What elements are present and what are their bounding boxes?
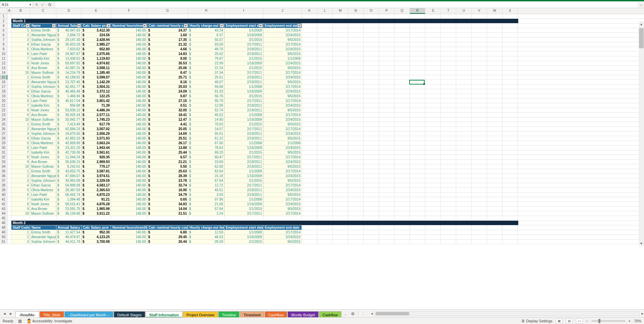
staff-code[interactable]: 6 [11, 193, 30, 197]
cell-empty[interactable] [317, 85, 333, 89]
staff-name[interactable]: Emma Smith [30, 28, 56, 33]
cell-empty[interactable] [487, 23, 502, 28]
calc-salary-pcm[interactable]: $3,974.51 [82, 174, 111, 178]
cell-empty[interactable] [348, 211, 364, 216]
cell-empty[interactable] [302, 207, 317, 211]
calc-hourly-cost[interactable]: $25.03 [147, 85, 188, 89]
charge-out-fee[interactable]: $43.24 [188, 28, 224, 33]
cell-empty[interactable] [333, 216, 348, 220]
cell-empty[interactable] [425, 188, 441, 192]
cell-empty[interactable] [456, 113, 472, 117]
calc-salary-pcm[interactable]: $2,056.29 [82, 131, 111, 136]
cell-empty[interactable] [456, 197, 472, 202]
nominal-hours[interactable]: 140.00 [111, 193, 147, 197]
filter-icon[interactable]: ▼ [184, 24, 187, 28]
row-header-4[interactable]: 4 [0, 23, 7, 28]
calc-salary-pcm[interactable]: $4,123.25 [82, 235, 111, 239]
start-date[interactable]: 2/17/2011 [224, 70, 263, 75]
cell-empty[interactable] [487, 70, 502, 75]
cell-empty[interactable] [302, 108, 317, 112]
staff-name[interactable]: Liam Patel [30, 52, 56, 56]
cell-empty[interactable] [456, 160, 472, 164]
cell-empty[interactable] [364, 183, 379, 187]
cell-empty[interactable] [425, 146, 441, 150]
staff-code[interactable]: 6 [11, 146, 30, 150]
staff-code[interactable]: 7 [11, 103, 30, 108]
cell-empty[interactable] [456, 174, 472, 178]
start-date[interactable]: 2/1/2015 [224, 150, 263, 155]
charge-out-fee[interactable]: $52.74 [188, 108, 224, 112]
cell-empty[interactable] [333, 193, 348, 197]
cell-empty[interactable] [472, 230, 487, 234]
annual-salary[interactable]: $44,411.78 [56, 239, 82, 244]
charge-out-fee[interactable]: $14.57 [188, 127, 224, 131]
cell-empty[interactable] [472, 70, 487, 75]
cell-empty[interactable] [472, 99, 487, 103]
cell-empty[interactable] [472, 52, 487, 56]
cell-empty[interactable] [441, 230, 456, 234]
cell-empty[interactable] [379, 169, 394, 173]
cell-empty[interactable] [317, 150, 333, 155]
cell-empty[interactable] [302, 28, 317, 33]
cell-empty[interactable] [441, 216, 456, 220]
cell-empty[interactable] [302, 136, 317, 141]
cell-empty[interactable] [425, 178, 441, 183]
nominal-hours[interactable]: 140.00 [111, 146, 147, 150]
cell-empty[interactable] [379, 211, 394, 216]
annual-salary[interactable]: $58,442.74 [56, 193, 82, 197]
nominal-hours[interactable]: 140.00 [111, 42, 147, 47]
row-header-34[interactable]: 34 [0, 164, 7, 169]
cell-empty[interactable] [502, 122, 518, 126]
cell-empty[interactable] [456, 61, 472, 65]
page-layout-button[interactable]: ▤ [566, 318, 573, 324]
cell-empty[interactable] [394, 89, 410, 94]
row-header-29[interactable]: 29 [0, 141, 7, 145]
cell[interactable] [7, 99, 11, 103]
start-date[interactable]: 2/19/2011 [224, 108, 263, 112]
row-header-26[interactable]: 26 [0, 127, 7, 131]
cell-empty[interactable] [410, 202, 425, 206]
row-header-43[interactable]: 43 [0, 207, 7, 211]
annual-salary[interactable]: $39,955.08 [56, 178, 82, 183]
cell-empty[interactable] [333, 239, 348, 244]
cell[interactable] [7, 136, 11, 141]
staff-code[interactable]: 2 [11, 235, 30, 239]
cell-empty[interactable] [333, 108, 348, 112]
cell-empty[interactable] [472, 56, 487, 61]
calc-salary-pcm[interactable]: $652.80 [82, 47, 111, 51]
cell-empty[interactable] [472, 66, 487, 70]
charge-out-fee[interactable]: $62.64 [188, 169, 224, 173]
cell-empty[interactable] [410, 211, 425, 216]
nominal-hours[interactable]: 140.00 [111, 155, 147, 159]
cell-empty[interactable] [425, 197, 441, 202]
cell-empty[interactable] [333, 131, 348, 136]
row-header-49[interactable]: 49 [0, 230, 7, 234]
column-header-V[interactable]: V [472, 8, 487, 14]
cell[interactable] [7, 239, 11, 244]
annual-salary[interactable]: $856.68 [56, 103, 82, 108]
formula-input[interactable] [55, 2, 638, 8]
cell-empty[interactable] [502, 216, 518, 220]
end-date[interactable]: 9/5/2015 [263, 38, 302, 42]
cell-empty[interactable] [487, 230, 502, 234]
expand-formula-icon[interactable]: ⌄ [638, 2, 644, 7]
staff-name[interactable]: Ava Brown [30, 66, 56, 70]
cell-empty[interactable] [441, 127, 456, 131]
calc-salary-pcm[interactable]: $3,504.31 [82, 85, 111, 89]
cell-empty[interactable] [502, 197, 518, 202]
annual-salary[interactable]: $47,694.07 [56, 174, 82, 178]
calc-salary-pcm[interactable]: $920.35 [82, 155, 111, 159]
cell-empty[interactable] [425, 70, 441, 75]
cell-empty[interactable] [348, 75, 364, 79]
calc-hourly-cost[interactable]: $21.51 [147, 211, 188, 216]
cell-empty[interactable] [111, 14, 147, 18]
cell-empty[interactable] [302, 155, 317, 159]
cell-empty[interactable] [487, 52, 502, 56]
cell-empty[interactable] [333, 33, 348, 37]
start-date[interactable]: 1/16/2009 [224, 235, 263, 239]
charge-out-fee[interactable]: $97.86 [188, 197, 224, 202]
cell-empty[interactable] [364, 202, 379, 206]
calc-hourly-cost[interactable]: $29.45 [147, 235, 188, 239]
cell-empty[interactable] [333, 70, 348, 75]
cell-empty[interactable] [472, 117, 487, 122]
